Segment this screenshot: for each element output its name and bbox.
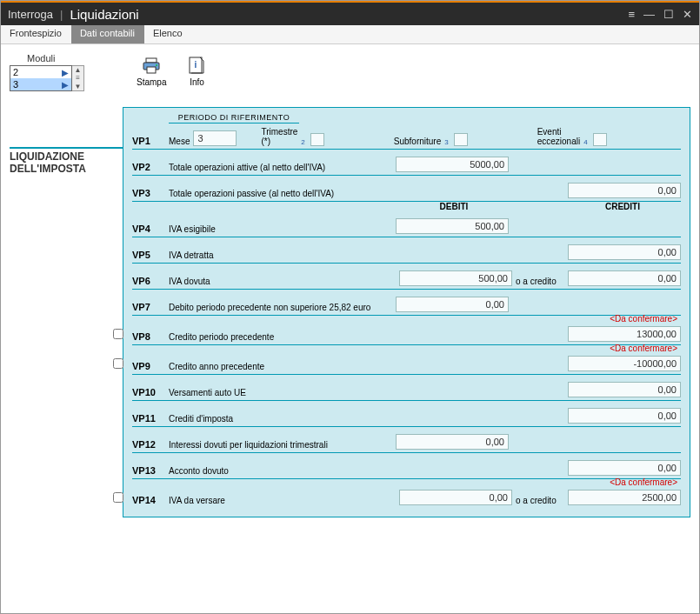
vp1-subforniture-input[interactable] [454,133,468,146]
vp1-mese-input[interactable]: 3 [193,130,237,146]
row-vp12: VP12 Interessi dovuti per liquidazioni t… [132,427,681,453]
vp10-crediti[interactable]: 0,00 [568,382,681,397]
vp1-eventi-label: Eventi eccezionali [537,127,580,146]
vp2-code: VP2 [132,162,169,172]
vp11-code: VP11 [132,413,169,424]
debiti-crediti-header: DEBITI CREDITI [132,202,681,211]
row-vp13: VP13 Acconto dovuto 0,00 [132,453,681,479]
tab-elenco[interactable]: Elenco [144,25,192,43]
vp4-desc: IVA esigibile [169,224,396,234]
vp1-sup2: 2 [301,138,304,146]
row-vp2: VP2 Totale operazioni attive (al netto d… [132,150,681,176]
moduli-scrollbar[interactable]: ▲ ≡ ▼ [72,65,84,91]
svg-rect-2 [147,67,156,73]
vp9-checkbox[interactable] [113,358,123,369]
app-window: Interroga | Liquidazioni ≡ — ☐ ✕ Frontes… [0,0,700,614]
row-vp5: VP5 IVA detratta 0,00 [132,237,681,264]
vp13-crediti[interactable]: 0,00 [568,460,681,476]
vp11-crediti[interactable]: 0,00 [568,408,681,424]
tab-dati-contabili[interactable]: Dati contabili [71,25,144,43]
vp3-desc: Totale operazioni passive (al netto dell… [169,189,568,198]
print-button[interactable]: Stampa [137,57,166,87]
row-vp3: VP3 Totale operazioni passive (al netto … [132,176,681,202]
vp8-code: VP8 [132,331,169,342]
vp14-checkbox[interactable] [113,492,123,503]
vp8-checkbox[interactable] [113,329,123,339]
vp4-debiti[interactable]: 500,00 [396,218,509,234]
row-vp10: VP10 Versamenti auto UE 0,00 [132,375,681,401]
vp9-desc: Credito anno precedente [169,362,568,371]
printer-icon [142,57,161,76]
vp14-debiti[interactable]: 0,00 [399,490,512,505]
vp6-debiti[interactable]: 500,00 [399,270,512,286]
vp7-debiti[interactable]: 0,00 [396,297,509,312]
close-icon[interactable]: ✕ [683,8,692,21]
vp1-eventi-input[interactable] [593,133,607,146]
header-crediti: CREDITI [564,202,681,211]
svg-point-3 [156,64,157,66]
moduli-item-label: 2 [13,67,18,77]
vp12-debiti[interactable]: 0,00 [396,434,509,450]
vp14-confirm-note: <Da confermare> [610,477,677,487]
form-panel: PERIODO DI RIFERIMENTO VP1 Mese 3 Trimes… [123,107,690,517]
vp14-crediti[interactable]: 2500,00 [568,490,681,505]
vp5-crediti[interactable]: 0,00 [568,244,681,260]
vp2-value[interactable]: 5000,00 [396,157,509,172]
vp6-code: VP6 [132,276,169,286]
maximize-icon[interactable]: ☐ [663,8,674,21]
vp9-crediti[interactable]: -10000,00 [568,356,681,371]
section-title: LIQUIDAZIONE DELL'IMPOSTA [10,147,123,176]
vp6-crediti[interactable]: 0,00 [568,270,681,286]
row-vp9: <Da confermare> VP9 Credito anno precede… [132,345,681,375]
row-vp11: VP11 Crediti d'imposta 0,00 [132,401,681,427]
row-vp7: VP7 Debito periodo precedente non superi… [132,290,681,316]
row-vp1: VP1 Mese 3 Trimestre (*) 2 Subforniture … [132,123,681,150]
vp8-desc: Credito periodo precedente [169,332,568,342]
vp4-code: VP4 [132,224,169,234]
vp14-mid-label: o a credito [516,496,564,505]
vp7-desc: Debito periodo precedente non superiore … [169,303,396,312]
section-title-line2: DELL'IMPOSTA [10,163,86,175]
vp3-code: VP3 [132,188,169,198]
menu-icon[interactable]: ≡ [628,8,635,21]
tab-bar: Frontespizio Dati contabili Elenco [1,25,699,44]
row-vp8: <Da confermare> VP8 Credito periodo prec… [132,316,681,345]
row-vp6: VP6 IVA dovuta 500,00 o a credito 0,00 [132,264,681,290]
vp10-code: VP10 [132,387,169,397]
vp1-mese-label: Mese [169,137,190,146]
scroll-down-icon[interactable]: ▼ [72,83,83,90]
vp6-mid-label: o a credito [516,277,564,286]
row-vp4: VP4 IVA esigibile 500,00 [132,211,681,237]
vp13-code: VP13 [132,465,169,476]
vp9-code: VP9 [132,361,169,371]
vp10-desc: Versamenti auto UE [169,388,568,397]
moduli-item-1[interactable]: 3▶ [10,78,71,90]
chevron-right-icon: ▶ [62,68,69,77]
scroll-up-icon[interactable]: ▲ [72,66,83,74]
content-area: Moduli 2▶ 3▶ ▲ ≡ ▼ Stampa [1,44,699,613]
scroll-thumb[interactable]: ≡ [72,74,83,82]
vp6-desc: IVA dovuta [169,277,399,286]
vp13-desc: Acconto dovuto [169,466,568,476]
periodo-header: PERIODO DI RIFERIMENTO [169,113,299,123]
moduli-section: Moduli 2▶ 3▶ ▲ ≡ ▼ [10,53,84,91]
vp2-desc: Totale operazioni attive (al netto dell'… [169,163,396,172]
vp1-code: VP1 [132,136,169,146]
window-mode: Interroga [8,8,53,21]
vp9-confirm-note: <Da confermare> [610,344,677,353]
vp8-confirm-note: <Da confermare> [610,314,677,324]
vp8-crediti[interactable]: 13000,00 [568,326,681,342]
moduli-list[interactable]: 2▶ 3▶ [10,65,72,91]
vp1-subforniture-label: Subforniture [394,137,441,146]
info-button[interactable]: i Info [187,57,206,87]
moduli-label: Moduli [27,53,84,63]
window-title: Liquidazioni [70,7,138,22]
vp1-trimestre-label: Trimestre (*) [261,127,297,146]
vp5-desc: IVA detratta [169,250,568,260]
svg-rect-0 [146,58,157,63]
tab-frontespizio[interactable]: Frontespizio [1,25,71,43]
vp1-trimestre-input[interactable] [310,133,324,146]
vp3-value[interactable]: 0,00 [568,183,681,198]
moduli-item-0[interactable]: 2▶ [10,66,71,78]
minimize-icon[interactable]: — [643,8,655,21]
